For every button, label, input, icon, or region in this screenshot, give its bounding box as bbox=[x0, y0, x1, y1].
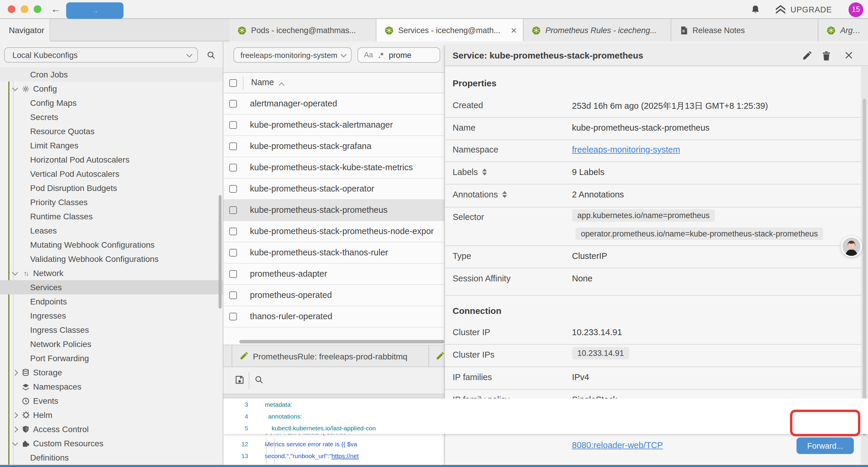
tab-release-notes[interactable]: Release Notes bbox=[671, 19, 818, 41]
tab-pods[interactable]: Pods - icecheng@mathmas... bbox=[229, 19, 376, 41]
sidebar-item-config-maps[interactable]: Config Maps bbox=[0, 96, 223, 110]
sidebar-item-priority-classes[interactable]: Priority Classes bbox=[0, 195, 223, 209]
sidebar-group-custom-resources[interactable]: Custom Resources bbox=[0, 436, 223, 450]
row-checkbox[interactable] bbox=[229, 164, 237, 171]
tab-prometheusrule-editor[interactable]: PrometheusRule: freeleaps-prod-rabbitmq bbox=[233, 345, 429, 367]
port-link-8080-reloader-web[interactable]: 8080:reloader-web/TCP bbox=[572, 440, 663, 450]
type-value: ClusterIP bbox=[572, 251, 607, 261]
sidebar-item-horizontal-pod-autoscalers[interactable]: Horizontal Pod Autoscalers bbox=[0, 152, 223, 167]
cluster-ips-label: Cluster IPs bbox=[453, 350, 495, 359]
properties-heading: Properties bbox=[453, 78, 496, 88]
tab-argo[interactable]: Argo Se bbox=[818, 19, 868, 41]
annotation-highlight-box bbox=[790, 410, 860, 436]
sidebar-group-helm[interactable]: Helm bbox=[0, 408, 223, 422]
shield-icon bbox=[21, 425, 31, 433]
match-case-toggle[interactable]: Aa bbox=[364, 51, 373, 59]
sidebar-item-endpoints[interactable]: Endpoints bbox=[0, 294, 223, 309]
sidebar-item-mutating-webhook-configurations[interactable]: Mutating Webhook Configurations bbox=[0, 238, 223, 252]
edit-button[interactable] bbox=[802, 51, 812, 61]
sidebar-group-network[interactable]: ↑↓Network bbox=[0, 266, 223, 280]
minimize-window-button[interactable] bbox=[21, 5, 28, 13]
sort-icon[interactable] bbox=[482, 169, 487, 176]
row-checkbox[interactable] bbox=[229, 270, 237, 278]
row-checkbox[interactable] bbox=[229, 228, 237, 235]
sidebar-item-port-forwarding[interactable]: Port Forwarding bbox=[0, 351, 223, 365]
sidebar-group-storage[interactable]: Storage bbox=[0, 365, 223, 380]
chevron-right-icon bbox=[12, 370, 18, 375]
kubernetes-icon bbox=[532, 26, 541, 35]
sidebar-item-resource-quotas[interactable]: Resource Quotas bbox=[0, 124, 223, 138]
sort-icon[interactable] bbox=[502, 191, 507, 198]
tab-navigator[interactable]: Navigator bbox=[0, 19, 50, 41]
row-checkbox[interactable] bbox=[229, 313, 237, 320]
forward-arrow-icon[interactable]: → bbox=[66, 2, 123, 19]
search-icon[interactable] bbox=[206, 50, 216, 62]
tab-prometheus-rules[interactable]: Prometheus Rules - icecheng... bbox=[524, 19, 671, 41]
sidebar-item-ingress-classes[interactable]: Ingress Classes bbox=[0, 323, 223, 337]
navigator-sidebar: Local Kubeconfigs Cron Jobs Config Confi… bbox=[0, 41, 223, 465]
bell-icon[interactable] bbox=[750, 4, 760, 15]
close-window-button[interactable] bbox=[8, 5, 16, 13]
tab-services[interactable]: Services - icecheng@math... bbox=[376, 19, 524, 41]
sidebar-item-ingresses[interactable]: Ingresses bbox=[0, 309, 223, 323]
upgrade-icon bbox=[774, 5, 786, 14]
sidebar-item-pod-disruption-budgets[interactable]: Pod Disruption Budgets bbox=[0, 181, 223, 195]
sidebar-item-vertical-pod-autoscalers[interactable]: Vertical Pod Autoscalers bbox=[0, 167, 223, 181]
zoom-window-button[interactable] bbox=[34, 5, 41, 13]
name-column-header[interactable]: Name bbox=[251, 78, 274, 87]
save-icon[interactable] bbox=[235, 375, 245, 385]
sidebar-item-services[interactable]: Services bbox=[0, 280, 223, 294]
namespace-label: Namespace bbox=[453, 145, 498, 154]
sidebar-item-cron-jobs[interactable]: Cron Jobs bbox=[0, 67, 223, 82]
row-checkbox[interactable] bbox=[229, 206, 237, 214]
sidebar-item-leases[interactable]: Leases bbox=[0, 224, 223, 238]
namespace-link[interactable]: freeleaps-monitoring-system bbox=[572, 145, 680, 154]
sidebar-item-validating-webhook-configurations[interactable]: Validating Webhook Configurations bbox=[0, 252, 223, 266]
runbook-url-link[interactable]: https://net bbox=[332, 452, 359, 459]
row-checkbox[interactable] bbox=[229, 185, 237, 193]
back-arrow-icon[interactable]: ← bbox=[51, 2, 61, 17]
title-bar: ← → UPGRADE 15 bbox=[0, 0, 868, 19]
row-checkbox[interactable] bbox=[229, 249, 237, 257]
select-all-checkbox[interactable] bbox=[229, 79, 237, 87]
row-checkbox[interactable] bbox=[229, 121, 237, 129]
regex-toggle[interactable]: .* bbox=[378, 51, 383, 59]
sidebar-item-definitions[interactable]: Definitions bbox=[0, 450, 223, 465]
close-tab-icon[interactable] bbox=[510, 27, 517, 33]
chevron-down-icon bbox=[12, 85, 18, 91]
sidebar-item-events[interactable]: Events bbox=[0, 394, 223, 408]
delete-button[interactable] bbox=[822, 51, 831, 61]
row-checkbox[interactable] bbox=[229, 291, 237, 299]
gear-icon bbox=[21, 85, 31, 92]
annotations-value: 2 Annotations bbox=[572, 190, 624, 199]
forward-button[interactable]: Forward... bbox=[797, 437, 854, 454]
row-checkbox[interactable] bbox=[229, 143, 237, 150]
filter-input[interactable]: Aa .* prome bbox=[358, 47, 440, 63]
detail-panel-title: Service: kube-prometheus-stack-prometheu… bbox=[453, 50, 643, 60]
panel-scrollbar-thumb[interactable] bbox=[863, 99, 866, 436]
helm-icon bbox=[21, 411, 31, 419]
notification-badge[interactable]: 15 bbox=[848, 2, 863, 17]
close-panel-button[interactable] bbox=[844, 51, 853, 60]
search-icon[interactable] bbox=[254, 375, 264, 384]
sort-ascending-icon bbox=[279, 83, 284, 88]
sidebar-item-runtime-classes[interactable]: Runtime Classes bbox=[0, 209, 223, 224]
namespace-select[interactable]: freeleaps-monitoring-system bbox=[234, 47, 351, 63]
sidebar-scrollbar[interactable] bbox=[219, 195, 222, 309]
row-checkbox[interactable] bbox=[229, 100, 237, 108]
sidebar-group-access-control[interactable]: Access Control bbox=[0, 422, 223, 436]
ip-families-label: IP families bbox=[453, 372, 492, 382]
kubeconfig-select[interactable]: Local Kubeconfigs bbox=[4, 47, 198, 63]
horizontal-scrollbar[interactable] bbox=[239, 340, 444, 344]
session-affinity-value: None bbox=[572, 274, 592, 283]
cluster-ip-value: 10.233.14.91 bbox=[572, 327, 622, 337]
sidebar-item-secrets[interactable]: Secrets bbox=[0, 110, 223, 124]
kubernetes-icon bbox=[238, 26, 246, 35]
sidebar-item-network-policies[interactable]: Network Policies bbox=[0, 337, 223, 351]
sidebar-item-limit-ranges[interactable]: Limit Ranges bbox=[0, 138, 223, 152]
cluster-ip-label: Cluster IP bbox=[453, 327, 490, 337]
upgrade-button[interactable]: UPGRADE bbox=[774, 5, 832, 14]
avatar[interactable] bbox=[841, 236, 862, 257]
sidebar-group-config[interactable]: Config bbox=[0, 82, 223, 96]
sidebar-item-namespaces[interactable]: Namespaces bbox=[0, 380, 223, 394]
